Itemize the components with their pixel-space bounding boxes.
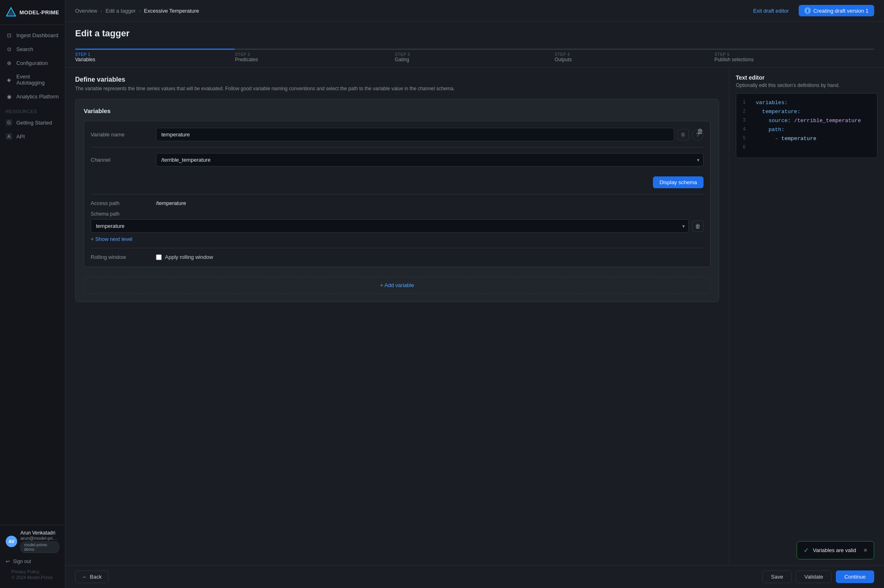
- sidebar: MODEL·PRIME ⊡ Ingest Dashboard ⊙ Search …: [0, 0, 65, 588]
- sidebar-item-configuration[interactable]: ⊕ Configuration: [0, 56, 65, 70]
- step-4-label: Outputs: [554, 57, 714, 62]
- validate-button[interactable]: Validate: [796, 570, 832, 583]
- line-num-3: 3: [743, 116, 749, 125]
- logo-text: MODEL·PRIME: [20, 9, 59, 16]
- toast-check-icon: ✓: [804, 546, 809, 554]
- breadcrumb-edit-tagger[interactable]: Edit a tagger: [106, 8, 136, 14]
- delete-variable-button[interactable]: 🗑: [697, 128, 704, 135]
- channel-select[interactable]: /terrible_temperature: [156, 153, 704, 167]
- line-num-6: 6: [743, 143, 749, 152]
- step-4[interactable]: STEP 4 Outputs: [554, 45, 714, 67]
- rolling-window-checkbox[interactable]: [156, 254, 162, 260]
- sidebar-item-label-gs: Getting Started: [16, 120, 52, 126]
- back-arrow-icon: ←: [82, 574, 87, 580]
- add-variable-button[interactable]: + Add variable: [84, 277, 710, 294]
- step-3-bar: [395, 49, 554, 50]
- step-2[interactable]: STEP 2 Predicates: [235, 45, 394, 67]
- code-line-6: 6: [743, 143, 871, 152]
- api-icon: A: [6, 133, 12, 140]
- delete-schema-path-button[interactable]: 🗑: [692, 220, 704, 232]
- rolling-window-checkbox-label: Apply rolling window: [165, 254, 213, 260]
- sign-out-icon: ↩: [6, 559, 10, 564]
- code-text-3: source: /terrible_temperature: [756, 116, 861, 125]
- privacy-link[interactable]: Privacy Policy: [11, 569, 53, 574]
- logo[interactable]: MODEL·PRIME: [0, 0, 65, 25]
- code-line-5: 5 - temperature: [743, 134, 871, 143]
- text-editor-panel: Text editor Optionally edit this section…: [729, 68, 884, 565]
- breadcrumb-sep-1: ›: [100, 8, 102, 14]
- bottom-bar: ← Back Save Validate Continue: [65, 565, 884, 588]
- define-title: Define variables: [75, 76, 719, 83]
- copyright: © 2024 Model-Prime: [11, 575, 53, 580]
- sidebar-item-event-autotagging[interactable]: ◈ Event Autotagging: [0, 70, 65, 89]
- back-button[interactable]: ← Back: [75, 570, 109, 583]
- breadcrumb-overview[interactable]: Overview: [75, 8, 97, 14]
- channel-label: Channel: [91, 157, 156, 163]
- user-details: Arun Venkatadri arun@model-prime.com mod…: [20, 530, 59, 553]
- toast-close-button[interactable]: ×: [864, 547, 867, 554]
- page-header: Edit a tagger: [65, 22, 884, 45]
- draft-label: Creating draft version 1: [813, 8, 868, 14]
- show-next-level-button[interactable]: + Show next level: [91, 236, 132, 242]
- sidebar-item-analytics[interactable]: ◉ Analytics Platform: [0, 89, 65, 103]
- continue-button[interactable]: Continue: [836, 570, 874, 583]
- avatar: AV: [6, 536, 17, 547]
- step-5-num: STEP 5: [715, 52, 874, 57]
- step-3-label: Gating: [395, 57, 554, 62]
- text-editor-subtitle: Optionally edit this section's definitio…: [736, 82, 877, 88]
- sidebar-item-ingest[interactable]: ⊡ Ingest Dashboard: [0, 28, 65, 42]
- sidebar-item-label-search: Search: [16, 46, 33, 52]
- code-line-4: 4 path:: [743, 125, 871, 134]
- step-2-bar: [235, 49, 394, 50]
- sign-out-button[interactable]: ↩ Sign out: [6, 557, 59, 566]
- code-text-1: variables:: [756, 98, 788, 107]
- step-3-num: STEP 3: [395, 52, 554, 57]
- channel-select-wrap: /terrible_temperature ▾: [156, 153, 704, 167]
- step-2-label: Predicates: [235, 57, 394, 62]
- access-path-value: /temperature: [156, 200, 186, 206]
- step-1[interactable]: STEP 1 Variables: [75, 45, 235, 67]
- schema-path-select[interactable]: temperature: [91, 219, 689, 233]
- variable-name-input[interactable]: [156, 128, 674, 141]
- user-info: AV Arun Venkatadri arun@model-prime.com …: [6, 530, 59, 553]
- access-path-group: Access path /temperature Schema path tem…: [91, 200, 704, 242]
- code-block[interactable]: 1 variables: 2 temperature: 3 source: /t…: [736, 93, 877, 158]
- step-5-label: Publish selections: [715, 57, 874, 62]
- save-button[interactable]: Save: [762, 570, 792, 583]
- sidebar-item-label-analytics: Analytics Platform: [16, 94, 59, 100]
- step-1-bar: [75, 49, 235, 50]
- resources-label: Resources: [0, 103, 65, 116]
- autotagging-icon: ◈: [6, 76, 12, 83]
- step-4-num: STEP 4: [554, 52, 714, 57]
- variable-name-group: Variable name ⎘ ?: [91, 128, 704, 141]
- display-schema-button[interactable]: Display schema: [653, 176, 704, 188]
- creating-draft-button[interactable]: i Creating draft version 1: [799, 5, 874, 16]
- exit-draft-button[interactable]: Exit draft editor: [748, 5, 793, 16]
- sign-out-label: Sign out: [13, 559, 31, 564]
- page-title: Edit a tagger: [75, 28, 874, 39]
- variable-name-input-wrap: ⎘ ?: [156, 128, 704, 141]
- sidebar-item-getting-started[interactable]: G Getting Started: [0, 116, 65, 129]
- define-description: The variable represents the time series …: [75, 85, 719, 92]
- sidebar-item-search[interactable]: ⊙ Search: [0, 42, 65, 56]
- rolling-window-checkbox-wrap: Apply rolling window: [156, 254, 213, 260]
- step-5-bar: [715, 49, 874, 50]
- sidebar-bottom: AV Arun Venkatadri arun@model-prime.com …: [0, 525, 65, 588]
- code-line-2: 2 temperature:: [743, 107, 871, 116]
- sidebar-item-label-ingest: Ingest Dashboard: [16, 32, 58, 38]
- variable-name-label: Variable name: [91, 131, 156, 138]
- steps-container: STEP 1 Variables STEP 2 Predicates STEP …: [65, 45, 884, 68]
- rolling-window-group: Rolling window Apply rolling window: [91, 254, 704, 260]
- step-1-num: STEP 1: [75, 52, 235, 57]
- code-text-5: - temperature: [756, 134, 816, 143]
- sidebar-footer: Privacy Policy © 2024 Model-Prime: [6, 566, 59, 583]
- line-num-4: 4: [743, 125, 749, 134]
- sidebar-item-api[interactable]: A API: [0, 129, 65, 143]
- line-num-1: 1: [743, 98, 749, 107]
- variables-card: Variables 🗑 Variable name ⎘ ?: [75, 99, 719, 302]
- step-5[interactable]: STEP 5 Publish selections: [715, 45, 874, 67]
- logo-icon: [6, 7, 16, 18]
- step-3[interactable]: STEP 3 Gating: [395, 45, 554, 67]
- header-actions: Exit draft editor i Creating draft versi…: [748, 5, 874, 16]
- copy-icon-button[interactable]: ⎘: [677, 129, 689, 140]
